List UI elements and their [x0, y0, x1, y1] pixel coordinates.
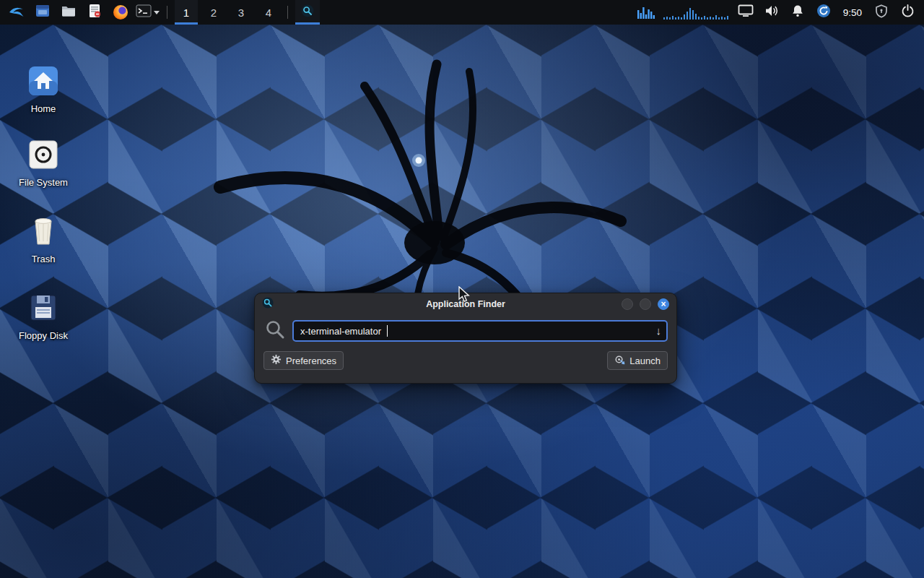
desktop: Home File System Trash Floppy Disk: [0, 25, 924, 578]
dialog-button-row: Preferences Launch: [255, 342, 676, 370]
terminal-icon: [136, 4, 152, 21]
preferences-button[interactable]: Preferences: [263, 351, 344, 370]
network-monitor[interactable]: [661, 1, 731, 23]
clock[interactable]: 9:50: [839, 1, 866, 23]
window-title: Application Finder: [255, 299, 676, 309]
file-manager-launcher[interactable]: [32, 1, 53, 23]
updates-button[interactable]: [813, 1, 834, 23]
minimize-button[interactable]: [622, 298, 633, 310]
display-icon: [738, 4, 754, 20]
desktop-icon-label: Floppy Disk: [19, 331, 68, 341]
workspace-button-4[interactable]: 4: [257, 0, 280, 25]
desktop-icon-label: Trash: [32, 254, 56, 264]
taskbar-item-application-finder[interactable]: [295, 0, 320, 25]
firefox-launcher[interactable]: [110, 1, 131, 23]
notifications-button[interactable]: [787, 1, 808, 23]
text-editor-icon: [87, 4, 102, 21]
workspace-label: 2: [211, 7, 217, 19]
file-system-icon: [27, 139, 59, 173]
dropdown-arrow-icon[interactable]: ↓: [656, 324, 662, 337]
search-input-value: x-terminal-emulator: [300, 326, 381, 337]
logout-button[interactable]: [897, 1, 918, 23]
firefox-icon: [113, 5, 128, 20]
audio-visualizer-icon: [637, 4, 655, 20]
gear-icon: [271, 354, 282, 367]
audio-visualizer[interactable]: [635, 1, 657, 23]
application-finder-window: Application Finder × x-terminal-emulator…: [254, 293, 677, 384]
search-row: x-terminal-emulator ↓: [255, 315, 676, 342]
search-icon: [265, 319, 285, 342]
power-icon: [901, 4, 915, 21]
desktop-icon-trash[interactable]: Trash: [10, 215, 77, 264]
workspace-label: 3: [238, 7, 244, 19]
file-manager-icon: [35, 4, 50, 21]
desktop-icon-floppy-disk[interactable]: Floppy Disk: [10, 292, 77, 341]
panel-separator: [167, 6, 167, 19]
bell-icon: [791, 4, 804, 20]
titlebar[interactable]: Application Finder ×: [255, 293, 676, 315]
kali-logo-icon: [8, 2, 25, 22]
window-controls: ×: [622, 298, 669, 310]
workspace-button-1[interactable]: 1: [175, 0, 198, 25]
terminal-dropdown-arrow-icon[interactable]: [154, 11, 160, 14]
screen: 1 2 3 4: [0, 0, 924, 578]
workspace-button-3[interactable]: 3: [230, 0, 253, 25]
shield-icon: [875, 4, 888, 21]
terminal-launcher[interactable]: [136, 1, 160, 23]
volume-button[interactable]: [761, 1, 783, 23]
files-launcher[interactable]: [58, 1, 79, 23]
window-magnifier-icon: [262, 297, 274, 311]
panel-separator: [287, 6, 288, 19]
text-caret: [387, 325, 388, 337]
speaker-icon: [764, 4, 779, 20]
folder-icon: [61, 4, 76, 21]
search-input[interactable]: x-terminal-emulator ↓: [292, 320, 668, 342]
kali-menu-button[interactable]: [6, 1, 27, 23]
network-monitor-icon: [662, 4, 730, 20]
update-refresh-icon: [816, 4, 831, 21]
top-panel: 1 2 3 4: [0, 0, 924, 25]
display-settings-button[interactable]: [735, 1, 757, 23]
launch-label: Launch: [629, 355, 661, 366]
launch-button[interactable]: Launch: [607, 351, 668, 370]
trash-icon: [27, 215, 59, 250]
desktop-icon-file-system[interactable]: File System: [10, 139, 77, 188]
maximize-button[interactable]: [640, 298, 651, 310]
launch-icon: [614, 354, 625, 367]
workspace-label: 1: [183, 7, 189, 19]
text-editor-launcher[interactable]: [84, 1, 105, 23]
close-icon: ×: [661, 300, 666, 309]
security-indicator[interactable]: [871, 1, 892, 23]
home-icon: [27, 65, 59, 100]
floppy-disk-icon: [27, 292, 59, 327]
clock-text: 9:50: [843, 7, 862, 18]
workspace-label: 4: [266, 7, 271, 19]
magnifier-icon: [301, 4, 314, 20]
workspace-button-2[interactable]: 2: [202, 0, 225, 25]
desktop-icon-label: File System: [19, 178, 68, 188]
desktop-icon-home[interactable]: Home: [10, 65, 77, 114]
close-button[interactable]: ×: [658, 298, 669, 310]
desktop-icon-label: Home: [31, 104, 56, 114]
preferences-label: Preferences: [286, 355, 336, 366]
